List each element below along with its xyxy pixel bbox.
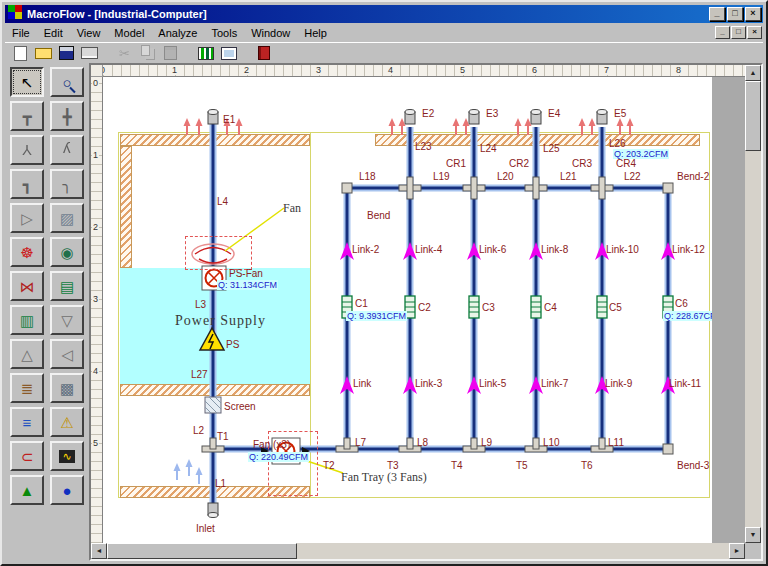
- resistor-tool-icon: ∿: [59, 450, 74, 463]
- screen-tool[interactable]: ▩: [50, 373, 84, 403]
- flow-diagram[interactable]: [103, 77, 712, 547]
- grille-tool-icon: ▤: [60, 279, 74, 294]
- vruler: 012345: [91, 77, 103, 543]
- lateral-fitting-tool[interactable]: y: [50, 135, 84, 165]
- inlet-vent[interactable]: [208, 503, 218, 518]
- bend-fitting-tool-icon: ╮: [62, 177, 71, 192]
- hazard-tool[interactable]: ⚠: [50, 407, 84, 437]
- blower-tool-icon: ◉: [60, 245, 73, 260]
- minimize-button[interactable]: _: [709, 7, 725, 21]
- menu-bar: FileEditViewModelAnalyzeToolsWindowHelp …: [5, 23, 763, 42]
- select-tool-icon: ↖: [21, 75, 34, 90]
- cut-icon: ✂: [119, 46, 130, 61]
- hazard-tool-icon: ⚠: [60, 415, 73, 430]
- louver-tool-icon: ≡: [23, 415, 32, 430]
- elbow-fitting-tool[interactable]: ┓: [10, 169, 44, 199]
- triangle-tool[interactable]: ▲: [10, 475, 44, 505]
- grille-tool[interactable]: ▤: [50, 271, 84, 301]
- power-supply-icon[interactable]: [200, 328, 224, 350]
- vertical-scrollbar[interactable]: ▲ ▼: [745, 65, 761, 543]
- screen-icon[interactable]: [205, 397, 221, 413]
- clamp-tool[interactable]: ⊂: [10, 441, 44, 471]
- menu-analyze[interactable]: Analyze: [151, 24, 204, 42]
- select-tool[interactable]: ↖: [10, 67, 44, 97]
- components[interactable]: [342, 296, 673, 318]
- menu-file[interactable]: File: [5, 24, 37, 42]
- stack-tool-icon: ≣: [21, 381, 34, 396]
- circle-tool[interactable]: ●: [50, 475, 84, 505]
- capture-icon: [221, 47, 237, 60]
- ruler-number: 4: [387, 65, 394, 75]
- louver-tool[interactable]: ≡: [10, 407, 44, 437]
- fan-links[interactable]: [340, 242, 675, 394]
- child-restore-button[interactable]: □: [731, 26, 746, 39]
- toolbox: ↖○┳╋Yy┓╮▷▨☸◉⋈▤▥▽△◁≣▩≡⚠⊂∿▲●: [5, 63, 89, 561]
- title-bar[interactable]: MacroFlow - [Industrial-Computer] _□×: [5, 5, 763, 23]
- damper-tool[interactable]: ▨: [50, 203, 84, 233]
- menu-window[interactable]: Window: [244, 24, 297, 42]
- vertical-scroll-thumb[interactable]: [745, 81, 761, 151]
- main-area: ↖○┳╋Yy┓╮▷▨☸◉⋈▤▥▽△◁≣▩≡⚠⊂∿▲● 012345678 012…: [5, 63, 763, 561]
- open-file-button[interactable]: [32, 44, 55, 63]
- cone-tool[interactable]: △: [10, 339, 44, 369]
- cross-fitting-tool[interactable]: ╋: [50, 101, 84, 131]
- reducer-tool[interactable]: ▷: [10, 203, 44, 233]
- fan-tool-icon: ☸: [20, 245, 33, 260]
- reducer-tool-icon: ▷: [21, 211, 33, 226]
- wye-fitting-tool-icon: Y: [22, 143, 32, 158]
- capture-button[interactable]: [217, 44, 240, 63]
- menu-view[interactable]: View: [70, 24, 108, 42]
- resistor-tool[interactable]: ∿: [50, 441, 84, 471]
- scrollbar-corner: [745, 543, 761, 559]
- clamp-tool-icon: ⊂: [21, 449, 34, 464]
- ruler-number: 8: [675, 65, 682, 75]
- open-file-icon: [35, 48, 52, 59]
- child-window-buttons: _□×: [715, 26, 763, 39]
- fan-tool[interactable]: ☸: [10, 237, 44, 267]
- help-button[interactable]: [252, 44, 275, 63]
- elbow-fitting-tool-icon: ┓: [22, 177, 31, 192]
- menu-model[interactable]: Model: [107, 24, 151, 42]
- restore-button[interactable]: □: [727, 7, 743, 21]
- toolbar: ✂: [5, 42, 763, 63]
- save-file-button[interactable]: [55, 44, 78, 63]
- new-file-button[interactable]: [9, 44, 32, 63]
- save-file-icon: [59, 46, 74, 60]
- blower-tool[interactable]: ◉: [50, 237, 84, 267]
- scroll-down-button[interactable]: ▼: [745, 527, 761, 543]
- window-title: MacroFlow - [Industrial-Computer]: [27, 8, 207, 20]
- diffuser-tool[interactable]: ◁: [50, 339, 84, 369]
- menu-help[interactable]: Help: [297, 24, 334, 42]
- child-minimize-button[interactable]: _: [715, 26, 730, 39]
- scroll-right-button[interactable]: ►: [729, 543, 745, 559]
- scroll-up-button[interactable]: ▲: [745, 65, 761, 81]
- zoom-tool[interactable]: ○: [50, 67, 84, 97]
- ruler-number: 1: [171, 65, 178, 75]
- drawing-page[interactable]: E1L4FanPS-FanQ: 31.134CFML3Power SupplyP…: [103, 77, 712, 547]
- valve-tool[interactable]: ⋈: [10, 271, 44, 301]
- bend-fitting-tool[interactable]: ╮: [50, 169, 84, 199]
- diffuser-tool-icon: ◁: [61, 347, 73, 362]
- fan-selection-box: [185, 236, 252, 270]
- wye-fitting-tool[interactable]: Y: [10, 135, 44, 165]
- menu-edit[interactable]: Edit: [37, 24, 70, 42]
- chart-button[interactable]: [194, 44, 217, 63]
- print-button[interactable]: [78, 44, 101, 63]
- cone-tool-icon: △: [21, 347, 33, 362]
- paste-icon: [164, 46, 177, 60]
- print-icon: [81, 47, 98, 59]
- cut-button: ✂: [113, 44, 136, 63]
- ruler-number: 2: [243, 65, 250, 75]
- ruler-number: 1: [92, 150, 99, 160]
- child-close-button[interactable]: ×: [747, 26, 762, 39]
- stack-tool[interactable]: ≣: [10, 373, 44, 403]
- canvas-area: 012345678 012345: [89, 63, 763, 561]
- circle-tool-icon: ●: [62, 483, 71, 498]
- close-button[interactable]: ×: [745, 7, 761, 21]
- plate-tool[interactable]: ▥: [10, 305, 44, 335]
- menu-tools[interactable]: Tools: [204, 24, 244, 42]
- tee-fitting-tool[interactable]: ┳: [10, 101, 44, 131]
- nozzle-tool[interactable]: ▽: [50, 305, 84, 335]
- triangle-tool-icon: ▲: [20, 483, 35, 498]
- chart-icon: [198, 47, 214, 60]
